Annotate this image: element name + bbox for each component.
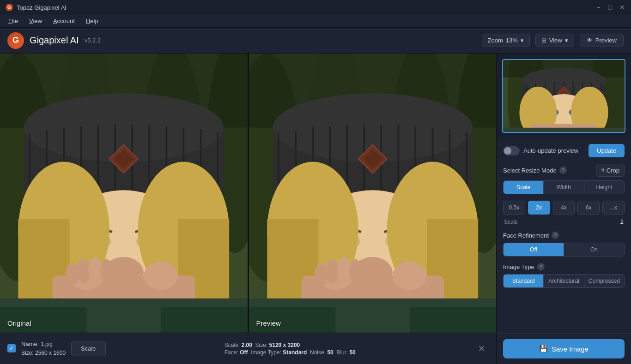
svg-point-42 bbox=[66, 263, 79, 286]
scale-option-0.5x[interactable]: 0.5x bbox=[503, 201, 525, 215]
thumbnail-area bbox=[497, 54, 631, 138]
zoom-control[interactable]: Zoom 13% ▾ bbox=[482, 34, 530, 47]
svg-rect-96 bbox=[410, 307, 496, 333]
scale-info: 2.00 bbox=[242, 342, 252, 348]
image-type-standard[interactable]: Standard bbox=[504, 274, 544, 287]
app-icon: G bbox=[6, 4, 13, 11]
update-button[interactable]: Update bbox=[589, 144, 625, 157]
toolbar-right: Zoom 13% ▾ ⊞ View ▾ 👁 Preview bbox=[482, 34, 624, 47]
main-layout: ~ Original bbox=[0, 54, 631, 364]
auto-update-toggle[interactable] bbox=[503, 146, 520, 155]
image-type-compressed[interactable]: Compressed bbox=[584, 274, 624, 287]
titlebar-controls: − □ ✕ bbox=[595, 4, 625, 11]
image-type-help-icon[interactable]: ? bbox=[537, 263, 545, 270]
close-button[interactable]: ✕ bbox=[619, 4, 625, 11]
save-button-area: 💾 Save Image bbox=[497, 333, 631, 364]
menu-account[interactable]: Account bbox=[49, 16, 79, 26]
view-arrow-icon: ▾ bbox=[565, 37, 568, 44]
image-type-title: Image Type ? bbox=[503, 263, 625, 270]
scale-tab[interactable]: Scale bbox=[504, 181, 544, 194]
svg-rect-123 bbox=[503, 128, 625, 132]
menu-file[interactable]: File bbox=[4, 16, 23, 26]
svg-point-90 bbox=[314, 263, 328, 286]
spacer bbox=[503, 294, 625, 304]
face-refinement-title: Face Refinement ? bbox=[503, 232, 625, 239]
scale-option-2x[interactable]: 2x bbox=[528, 201, 550, 215]
menu-view[interactable]: View bbox=[24, 16, 47, 26]
view-label: View bbox=[549, 37, 562, 44]
minimize-button[interactable]: − bbox=[595, 4, 601, 11]
app-version: v5.2.2 bbox=[85, 37, 101, 44]
image-type-info: Standard bbox=[283, 349, 307, 356]
face-on-button[interactable]: On bbox=[564, 243, 624, 256]
titlebar-title: Topaz Gigapixel AI bbox=[17, 4, 67, 11]
toolbar: G Gigapixel AI v5.2.2 Zoom 13% ▾ ⊞ View … bbox=[0, 28, 631, 54]
crop-label: Crop bbox=[607, 167, 619, 174]
titlebar: G Topaz Gigapixel AI − □ ✕ bbox=[0, 0, 631, 15]
scale-button[interactable]: Scale bbox=[71, 341, 106, 356]
svg-point-89 bbox=[392, 262, 426, 290]
view-button[interactable]: ⊞ View ▾ bbox=[535, 34, 574, 47]
scale-group: 0.5x 2x 4x 6x ...x bbox=[503, 201, 625, 215]
file-size: 2560 x 1600 bbox=[35, 350, 66, 356]
face-refinement-toggle: Off On bbox=[503, 243, 625, 257]
scale-option-6x[interactable]: 6x bbox=[577, 201, 600, 215]
app-logo: G bbox=[7, 32, 24, 49]
noise-info: 50 bbox=[327, 349, 333, 356]
preview-pane: Preview bbox=[249, 54, 497, 333]
svg-point-92 bbox=[337, 257, 351, 283]
menu-help[interactable]: Help bbox=[81, 16, 103, 26]
close-file-button[interactable]: ✕ bbox=[474, 342, 489, 356]
save-label: Save Image bbox=[552, 345, 589, 353]
original-label: Original bbox=[7, 319, 31, 327]
face-refinement-help-icon[interactable]: ? bbox=[552, 232, 559, 239]
preview-label: Preview bbox=[595, 37, 617, 44]
image-type-section: Image Type ? Standard Architectural Comp… bbox=[503, 263, 625, 288]
image-container: ~ Original bbox=[0, 54, 496, 333]
image-type-architectural[interactable]: Architectural bbox=[544, 274, 584, 287]
output-size: 5120 x 3200 bbox=[269, 342, 300, 348]
preview-button[interactable]: 👁 Preview bbox=[580, 34, 624, 47]
height-tab[interactable]: Height bbox=[584, 181, 624, 194]
save-icon: 💾 bbox=[539, 345, 548, 353]
output-info-row2: Face: Off Image Type: Standard Noise: 50… bbox=[224, 349, 356, 356]
view-grid-icon: ⊞ bbox=[541, 37, 546, 44]
original-pane: ~ Original bbox=[0, 54, 248, 333]
preview-label: Preview bbox=[256, 319, 281, 327]
image-type-group: Standard Architectural Compressed bbox=[503, 274, 625, 288]
face-off-button[interactable]: Off bbox=[504, 243, 564, 256]
right-panel: Auto-update preview Update Select Resize… bbox=[496, 54, 631, 364]
scale-option-4x[interactable]: 4x bbox=[553, 201, 575, 215]
svg-point-44 bbox=[88, 257, 102, 283]
resize-mode-help-icon[interactable]: ? bbox=[559, 167, 567, 174]
zoom-arrow-icon: ▾ bbox=[521, 37, 524, 44]
original-image: ~ bbox=[0, 54, 248, 333]
auto-update-row: Auto-update preview Update bbox=[503, 144, 625, 157]
auto-update-label: Auto-update preview bbox=[523, 147, 578, 154]
svg-text:~: ~ bbox=[61, 300, 64, 305]
file-info: Name: 1.jpg Size: 2560 x 1600 bbox=[21, 340, 66, 358]
svg-point-45 bbox=[100, 259, 113, 283]
controls-area: Auto-update preview Update Select Resize… bbox=[497, 138, 631, 333]
width-tab[interactable]: Width bbox=[544, 181, 584, 194]
bottom-right: Scale: 2.00 Size: 5120 x 3200 Face: Off … bbox=[224, 342, 356, 356]
svg-point-41 bbox=[144, 262, 178, 290]
svg-rect-48 bbox=[161, 307, 247, 333]
maximize-button[interactable]: □ bbox=[607, 4, 613, 11]
scale-option-custom[interactable]: ...x bbox=[602, 201, 625, 215]
crop-button[interactable]: ⌗ Crop bbox=[596, 164, 625, 177]
resize-mode-title: Select Resize Mode ? bbox=[503, 167, 567, 174]
menubar: File View Account Help bbox=[0, 15, 631, 28]
toggle-knob bbox=[504, 147, 511, 155]
svg-point-93 bbox=[349, 259, 362, 283]
output-info-row1: Scale: 2.00 Size: 5120 x 3200 bbox=[224, 342, 356, 348]
blur-info: 50 bbox=[349, 349, 355, 356]
zoom-label: Zoom bbox=[488, 37, 503, 44]
image-area: ~ Original bbox=[0, 54, 496, 364]
file-checkbox[interactable]: ✓ bbox=[7, 344, 16, 352]
save-image-button[interactable]: 💾 Save Image bbox=[503, 339, 625, 358]
crop-icon: ⌗ bbox=[601, 167, 604, 174]
face-info: Off bbox=[240, 349, 248, 356]
bottom-bar: ✓ Name: 1.jpg Size: 2560 x 1600 Scale Sc… bbox=[0, 333, 496, 364]
toolbar-left: G Gigapixel AI v5.2.2 bbox=[7, 32, 101, 49]
